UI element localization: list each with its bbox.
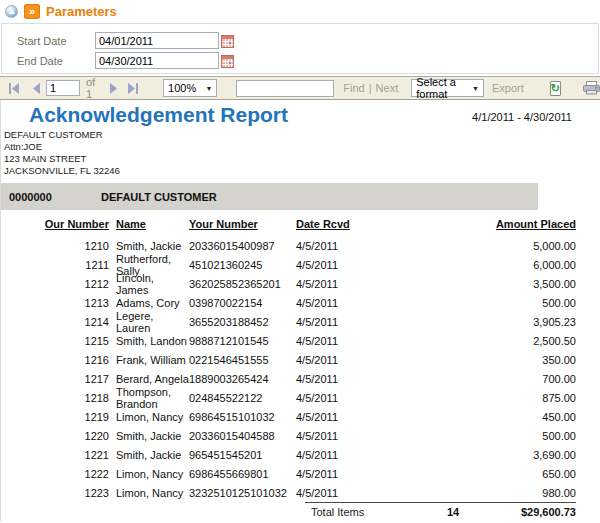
parameters-icon: » xyxy=(24,4,40,19)
cell-name: Smith, Jackie xyxy=(111,240,189,252)
last-page-icon[interactable] xyxy=(126,83,139,94)
cell-amount-placed: 700.00 xyxy=(441,373,576,385)
cell-amount-placed: 650.00 xyxy=(441,468,576,480)
cell-date-rcvd: 4/5/2011 xyxy=(296,392,441,404)
cell-your-number: 69864515101032 xyxy=(189,411,296,423)
cell-name: Limon, Nancy xyxy=(111,468,189,480)
customer-city: JACKSONVILLE, FL 32246 xyxy=(4,165,600,177)
export-link[interactable]: Export xyxy=(492,82,524,94)
cell-your-number: 9888712101545 xyxy=(189,335,296,347)
cell-your-number: 6986455669801 xyxy=(189,468,296,480)
parameters-title: Parameters xyxy=(46,4,117,19)
find-input[interactable] xyxy=(236,80,334,97)
previous-page-icon[interactable] xyxy=(32,83,41,94)
collapse-parameters-icon[interactable] xyxy=(5,5,18,18)
cell-date-rcvd: 4/5/2011 xyxy=(296,449,441,461)
customer-group-name: DEFAULT CUSTOMER xyxy=(101,191,217,203)
cell-your-number: 451021360245 xyxy=(189,259,296,271)
table-row: 1219Limon, Nancy698645151010324/5/201145… xyxy=(1,407,600,426)
cell-amount-placed: 3,690.00 xyxy=(441,449,576,461)
cell-amount-placed: 3,905.23 xyxy=(441,316,576,328)
table-row: 1221Smith, Jackie9654515452014/5/20113,6… xyxy=(1,445,600,464)
cell-date-rcvd: 4/5/2011 xyxy=(296,335,441,347)
cell-amount-placed: 3,500.00 xyxy=(441,278,576,290)
zoom-select[interactable]: 100% ▼ xyxy=(163,79,217,97)
cell-name: Berard, Angela xyxy=(111,373,189,385)
customer-address-block: DEFAULT CUSTOMER Attn:JOE 123 MAIN STREE… xyxy=(4,129,600,177)
cell-our-number: 1212 xyxy=(1,278,111,290)
table-row: 1210Smith, Jackie203360154009874/5/20115… xyxy=(1,236,600,255)
cell-your-number: 362025852365201 xyxy=(189,278,296,290)
cell-date-rcvd: 4/5/2011 xyxy=(296,411,441,423)
cell-date-rcvd: 4/5/2011 xyxy=(296,316,441,328)
parameters-header: » Parameters xyxy=(0,0,600,23)
chevron-down-icon: ▼ xyxy=(468,85,483,92)
table-row: 1217Berard, Angela18890032654244/5/20117… xyxy=(1,369,600,388)
export-format-value: Select a format xyxy=(416,76,468,100)
cell-amount-placed: 350.00 xyxy=(441,354,576,366)
cell-date-rcvd: 4/5/2011 xyxy=(296,354,441,366)
end-date-input[interactable] xyxy=(95,52,219,69)
column-header-our-number: Our Number xyxy=(1,218,111,234)
cell-date-rcvd: 4/5/2011 xyxy=(296,240,441,252)
cell-name: Limon, Nancy xyxy=(111,487,189,499)
column-header-your-number: Your Number xyxy=(189,218,296,234)
cell-our-number: 1221 xyxy=(1,449,111,461)
cell-our-number: 1218 xyxy=(1,392,111,404)
table-row: 1220Smith, Jackie203360154045884/5/20115… xyxy=(1,426,600,445)
cell-your-number: 3655203188452 xyxy=(189,316,296,328)
calendar-icon[interactable] xyxy=(221,34,234,47)
column-header-date-rcvd: Date Rcvd xyxy=(296,218,441,234)
refresh-icon[interactable]: ↻ xyxy=(550,81,561,96)
start-date-input[interactable] xyxy=(95,32,219,49)
table-row: 1215Smith, Landon98887121015454/5/20112,… xyxy=(1,331,600,350)
cell-our-number: 1210 xyxy=(1,240,111,252)
report-toolbar: of 1 100% ▼ Find | Next Select a format … xyxy=(0,76,600,100)
export-format-select[interactable]: Select a format ▼ xyxy=(411,79,484,97)
cell-our-number: 1223 xyxy=(1,487,111,499)
cell-amount-placed: 500.00 xyxy=(441,297,576,309)
end-date-row: End Date xyxy=(2,51,598,70)
print-icon[interactable] xyxy=(583,81,600,95)
cell-our-number: 1213 xyxy=(1,297,111,309)
table-header-row: Our Number Name Your Number Date Rcvd Am… xyxy=(1,218,600,234)
table-row: 1213Adams, Cory0398700221544/5/2011500.0… xyxy=(1,293,600,312)
table-row: 1218Thompson, Brandon0248455221224/5/201… xyxy=(1,388,600,407)
cell-name: Thompson, Brandon xyxy=(111,386,189,410)
total-items-label: Total Items xyxy=(305,506,401,518)
cell-name: Smith, Jackie xyxy=(111,430,189,442)
column-header-name: Name xyxy=(111,218,189,234)
total-amount-value: $29,600.73 xyxy=(505,506,576,518)
calendar-icon[interactable] xyxy=(221,54,234,67)
customer-name: DEFAULT CUSTOMER xyxy=(4,129,600,141)
cell-our-number: 1217 xyxy=(1,373,111,385)
cell-our-number: 1211 xyxy=(1,259,111,271)
cell-name: Legere, Lauren xyxy=(111,310,189,334)
first-page-icon[interactable] xyxy=(8,83,21,94)
page-count-label: of 1 xyxy=(86,76,99,100)
cell-date-rcvd: 4/5/2011 xyxy=(296,468,441,480)
cell-your-number: 20336015400987 xyxy=(189,240,296,252)
cell-date-rcvd: 4/5/2011 xyxy=(296,487,441,499)
table-row: 1212Lincoln, James3620258523652014/5/201… xyxy=(1,274,600,293)
cell-our-number: 1214 xyxy=(1,316,111,328)
cell-amount-placed: 980.00 xyxy=(441,487,576,499)
cell-our-number: 1219 xyxy=(1,411,111,423)
next-link[interactable]: Next xyxy=(376,82,399,94)
cell-name: Smith, Jackie xyxy=(111,449,189,461)
find-link[interactable]: Find xyxy=(343,82,364,94)
table-row: 1214Legere, Lauren36552031884524/5/20113… xyxy=(1,312,600,331)
cell-name: Limon, Nancy xyxy=(111,411,189,423)
cell-our-number: 1216 xyxy=(1,354,111,366)
cell-date-rcvd: 4/5/2011 xyxy=(296,259,441,271)
cell-our-number: 1220 xyxy=(1,430,111,442)
cell-amount-placed: 2,500.50 xyxy=(441,335,576,347)
page-number-input[interactable] xyxy=(46,80,80,96)
next-page-icon[interactable] xyxy=(109,83,118,94)
end-date-label: End Date xyxy=(17,55,95,67)
cell-amount-placed: 875.00 xyxy=(441,392,576,404)
table-row: 1216Frank, William02215464515554/5/20113… xyxy=(1,350,600,369)
cell-amount-placed: 5,000.00 xyxy=(441,240,576,252)
cell-name: Frank, William xyxy=(111,354,189,366)
table-body: 1210Smith, Jackie203360154009874/5/20115… xyxy=(1,236,600,502)
